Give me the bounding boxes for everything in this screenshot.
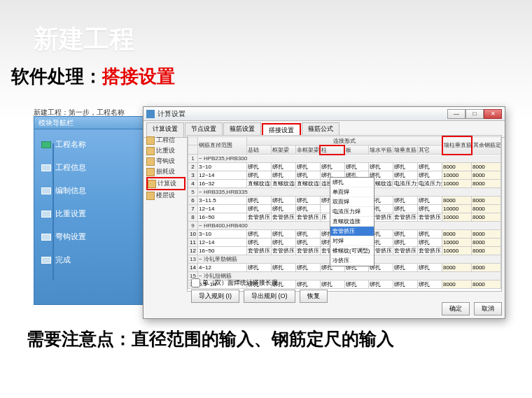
glodon-logo: GLodon广联达 (34, 313, 94, 324)
table-row[interactable]: 23~10绑扎绑扎绑扎绑扎绑扎绑扎绑扎绑扎80008000 (188, 163, 501, 171)
folder-icon (146, 192, 155, 200)
step-label: 比重设置 (55, 208, 86, 219)
step-label: 编制信息 (55, 185, 86, 196)
dropdown-option[interactable]: 双面焊 (330, 197, 374, 207)
step-label: 完成 (55, 255, 71, 265)
folder-icon (146, 147, 155, 155)
dropdown-option[interactable]: 绑扎 (330, 178, 374, 187)
slide-note: 需要注意点：直径范围的输入、钢筋定尺的输入 (27, 327, 394, 350)
dropdown-option[interactable]: 锥螺纹(可调型) (330, 246, 374, 256)
titlebar[interactable]: 计算设置 — □ ✕ (144, 107, 505, 121)
connection-dropdown[interactable]: 绑扎单面焊双面焊电渣压力焊直螺纹连接套管挤压对焊锥螺纹(可调型)冷挤压 (330, 177, 374, 266)
step-label: 弯钩设置 (55, 232, 86, 242)
tree-item-1[interactable]: 比重设 (146, 145, 186, 156)
step-label: 工程信息 (55, 162, 86, 173)
nav-step-0[interactable]: 工程名称 (41, 139, 138, 150)
ok-button[interactable]: 确定 (442, 302, 470, 315)
minimize-button[interactable]: — (447, 109, 465, 119)
slide-title: 新建工程 (34, 22, 134, 57)
close-button[interactable]: ✕ (484, 109, 502, 119)
tree-item-2[interactable]: 弯钩设 (146, 156, 186, 166)
wizard-nav-panel: 模块导航栏 工程名称工程信息编制信息比重设置弯钩设置完成 (34, 116, 146, 305)
tree-item-3[interactable]: 损耗设 (146, 166, 186, 177)
step-icon (41, 141, 51, 148)
cancel-button[interactable]: 取消 (474, 302, 502, 315)
nav-step-2[interactable]: 编制信息 (41, 185, 138, 196)
nav-step-3[interactable]: 比重设置 (41, 208, 138, 219)
tree-item-0[interactable]: 工程信 (146, 135, 186, 145)
dropdown-option[interactable]: 冷挤压 (330, 256, 374, 266)
restore-button[interactable]: 恢复 (300, 290, 328, 303)
dropdown-option[interactable]: 直螺纹连接 (330, 217, 374, 227)
step-icon (41, 164, 51, 171)
folder-icon (146, 157, 155, 166)
step-icon (41, 187, 51, 194)
maximize-button[interactable]: □ (465, 109, 484, 119)
dropdown-option[interactable]: 单面焊 (330, 187, 374, 197)
tree-item-5[interactable]: 楼层设 (146, 190, 186, 201)
app-icon (146, 110, 155, 118)
subtitle: 软件处理：搭接设置 (11, 64, 175, 89)
nav-step-1[interactable]: 工程信息 (41, 162, 138, 173)
nav-step-5[interactable]: 完成 (41, 255, 138, 265)
folder-icon (146, 136, 155, 145)
step-icon (41, 257, 51, 264)
export-rules-button[interactable]: 导出规则 (O) (244, 290, 295, 303)
nav-header: 模块导航栏 (34, 117, 145, 129)
dropdown-option[interactable]: 电渣压力焊 (330, 207, 374, 217)
step-icon (41, 234, 51, 241)
dialog-title: 计算设置 (158, 109, 447, 119)
import-rules-button[interactable]: 导入规则 (I) (191, 290, 239, 303)
folder-icon (148, 180, 156, 188)
table-group-row: 1− HPB235,HRB300 (188, 155, 501, 163)
category-tree: 工程信比重设弯钩设损耗设计算设楼层设 (146, 135, 186, 201)
calc-settings-dialog: 计算设置 — □ ✕ 计算设置节点设置箍筋设置搭接设置箍筋公式 工程信比重设弯钩… (143, 106, 505, 319)
tree-item-4[interactable]: 计算设 (146, 177, 186, 190)
nav-step-4[interactable]: 弯钩设置 (41, 232, 138, 242)
dropdown-option[interactable]: 套管挤压 (330, 227, 374, 236)
dropdown-option[interactable]: 对焊 (330, 236, 374, 246)
weld-count-checkbox[interactable]: 单（双）面焊统计搭接长度 (191, 278, 278, 287)
step-icon (41, 211, 51, 218)
folder-icon (146, 168, 155, 176)
step-label: 工程名称 (55, 139, 86, 150)
